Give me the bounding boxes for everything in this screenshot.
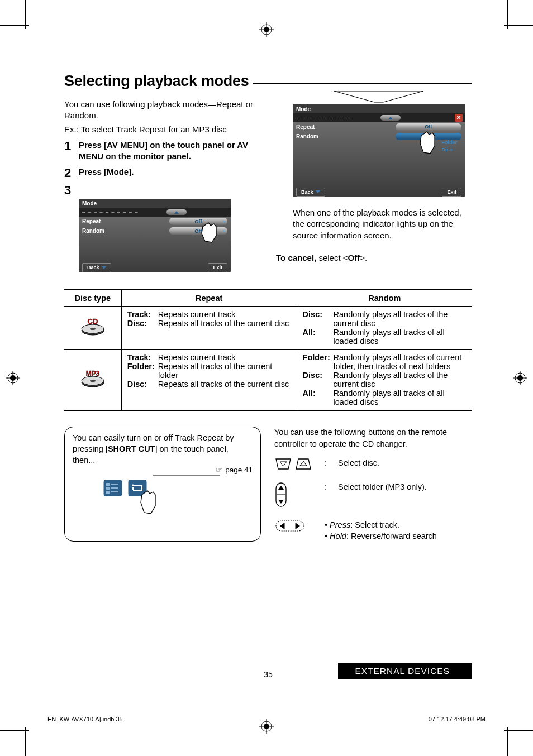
registration-mark-icon [6,371,20,385]
colon: : [325,481,331,492]
panel1-row1-label: Repeat [82,218,169,226]
repeat-key: Track: [127,310,158,319]
panel1-row2-value: Off [169,227,227,235]
mode-panel-2: Mode – – – – – – – – – – ✕ Repeat Off Ra… [293,104,465,197]
random-val: Randomly plays all tracks of all loaded … [334,389,467,406]
repeat-key: Disc: [127,319,158,328]
repeat-val: Repeats all tracks of the current disc [158,319,291,328]
intro-line-1: You can use following playback modes—Rep… [64,99,260,122]
svg-marker-38 [300,461,307,466]
svg-rect-26 [106,483,110,486]
svg-point-23 [90,380,96,382]
step-2-text: Press [Mode]. [79,166,134,179]
right-column: Mode – – – – – – – – – – ✕ Repeat Off Ra… [276,99,472,272]
remote-rocker-horizontal-icon [274,519,306,535]
step-number-2: 2 [64,166,79,179]
print-footer-left: EN_KW-AVX710[A].indb 35 [47,716,123,722]
page-number: 35 [264,670,273,679]
repeat-val: Repeats current track [158,310,291,319]
th-random: Random [297,290,472,307]
section-title: Selecting playback modes [64,73,249,90]
print-footer-right: 07.12.17 4:49:08 PM [429,716,486,722]
table-row: MP3 Track:Repeats current track Folder:R… [64,350,472,411]
panel1-exit: Exit [208,263,227,272]
panel1-title: Mode [79,199,231,208]
remote-up-button-icon [294,457,312,473]
svg-marker-16 [334,91,423,102]
colon: : [325,457,331,468]
close-icon: ✕ [455,114,463,122]
mode-panel-1: Mode – – – – – – – – – – Repeat Off Rand… [79,199,231,272]
th-repeat: Repeat [121,290,297,307]
crop-mark [25,727,26,756]
cd-disc-icon: CD [80,318,106,338]
crop-mark [504,25,533,26]
th-disc-type: Disc type [64,290,121,307]
crop-mark [507,727,508,756]
left-column: You can use following playback modes—Rep… [64,99,260,272]
after-panel2-text: When one of the playback modes is select… [293,207,472,241]
crop-mark [0,730,29,731]
registration-mark-icon [259,22,274,37]
crop-mark [0,25,29,26]
registration-mark-icon [259,719,274,734]
svg-rect-27 [106,487,110,490]
svg-text:CD: CD [87,318,98,326]
svg-text:MP3: MP3 [86,370,100,377]
svg-marker-35 [276,459,291,469]
registration-mark-icon [513,371,527,385]
random-val: Randomly plays all tracks of the current… [334,310,467,328]
table-row: CD Track:Repeats current track Disc:Repe… [64,307,472,350]
random-val: Randomly plays all tracks of the current… [334,371,467,389]
remote-intro: You can use the following buttons on the… [274,427,471,449]
svg-marker-44 [280,523,284,529]
random-key: Folder: [303,353,334,371]
panel1-back: Back [82,263,111,272]
svg-point-19 [90,328,96,330]
hand-cursor-icon [139,489,163,521]
svg-marker-37 [296,459,311,469]
panel2-back: Back [296,188,325,197]
panel2-disc-option: Disc [441,146,457,154]
intro-line-2: Ex.: To select Track Repeat for an MP3 d… [64,124,260,135]
title-rule [253,83,472,84]
panel2-folder-option: Folder [441,139,457,146]
panel1-row1-value: Off [169,218,227,225]
repeat-val: Repeats all tracks of the current disc [158,380,291,389]
random-key: Disc: [303,371,334,389]
remote-section: You can use the following buttons on the… [274,427,471,542]
random-val: Randomly plays all tracks of current fol… [334,353,467,371]
remote-press-line: Press: Select track. [325,519,437,530]
svg-marker-40 [278,486,284,490]
panel2-extra-options: Folder Disc [441,139,457,154]
repeat-key: Track: [127,353,158,362]
svg-marker-36 [280,462,287,466]
footer-tag: EXTERNAL DEVICES [338,663,472,679]
random-key: Disc: [303,310,334,328]
random-key: All: [303,328,334,346]
cancel-line: To cancel, select <Off>. [276,252,472,264]
shortcut-callout: You can easily turn on or off Track Repe… [64,427,261,542]
step-number-1: 1 [64,140,79,162]
panel2-row1-value: Off [396,123,461,131]
random-key: All: [303,389,334,406]
panel2-row2-label: Random [296,133,396,141]
svg-marker-41 [278,500,284,504]
repeat-val: Repeats current track [158,353,291,362]
repeat-key: Folder: [127,362,158,380]
callout-short-cut: SHORT CUT [108,444,155,453]
panel2-dashes: – – – – – – – – – – [296,114,353,121]
svg-rect-28 [106,491,110,494]
remote-hold-line: Hold: Reverse/forward search [325,530,437,542]
panel2-title: Mode [293,104,465,113]
panel2-row1-label: Repeat [296,123,396,131]
repeat-key: Disc: [127,380,158,389]
panel2-exit: Exit [442,188,461,197]
list-icon [103,490,125,499]
remote-down-button-icon [274,457,292,473]
leader-line [153,472,220,478]
crop-mark [504,730,533,731]
svg-marker-46 [296,523,300,529]
random-val: Randomly plays all tracks of all loaded … [334,328,467,346]
step-1-text: Press [AV MENU] on the touch panel or AV… [79,140,260,162]
